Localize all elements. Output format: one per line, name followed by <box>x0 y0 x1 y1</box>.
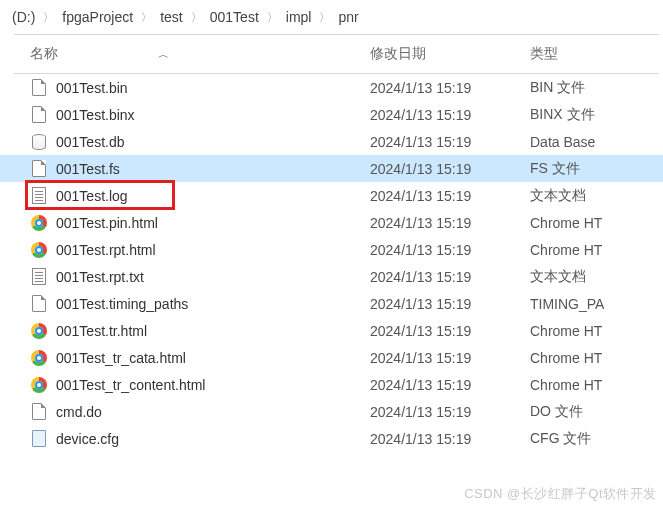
file-date: 2024/1/13 15:19 <box>370 242 530 258</box>
file-row[interactable]: 001Test_tr_content.html2024/1/13 15:19Ch… <box>30 371 663 398</box>
file-name: 001Test.tr.html <box>56 323 370 339</box>
file-row[interactable]: 001Test.db2024/1/13 15:19Data Base <box>30 128 663 155</box>
file-type: Chrome HT <box>530 350 602 366</box>
file-name: 001Test.rpt.html <box>56 242 370 258</box>
chrome-icon <box>30 349 48 367</box>
file-icon <box>30 160 48 178</box>
column-header-name[interactable]: 名称 <box>30 45 58 63</box>
breadcrumb-root[interactable]: (D:) <box>12 9 35 25</box>
file-name: 001Test.pin.html <box>56 215 370 231</box>
file-row[interactable]: 001Test.fs2024/1/13 15:19FS 文件 <box>0 155 663 182</box>
breadcrumb-item[interactable]: test <box>160 9 183 25</box>
file-row[interactable]: 001Test.log2024/1/13 15:19文本文档 <box>30 182 663 209</box>
file-row[interactable]: 001Test.rpt.txt2024/1/13 15:19文本文档 <box>30 263 663 290</box>
file-name: cmd.do <box>56 404 370 420</box>
textfile-icon <box>30 268 48 286</box>
file-type: Chrome HT <box>530 377 602 393</box>
file-date: 2024/1/13 15:19 <box>370 350 530 366</box>
file-type: FS 文件 <box>530 160 580 178</box>
file-name: 001Test.db <box>56 134 370 150</box>
file-date: 2024/1/13 15:19 <box>370 80 530 96</box>
chevron-right-icon: 〉 <box>43 10 54 25</box>
file-type: TIMING_PA <box>530 296 604 312</box>
file-type: 文本文档 <box>530 187 586 205</box>
watermark-text: CSDN @长沙红胖子Qt软件开发 <box>464 485 657 503</box>
file-name: 001Test.timing_paths <box>56 296 370 312</box>
file-date: 2024/1/13 15:19 <box>370 269 530 285</box>
file-name: 001Test.rpt.txt <box>56 269 370 285</box>
db-icon <box>30 133 48 151</box>
breadcrumb-item[interactable]: impl <box>286 9 312 25</box>
file-date: 2024/1/13 15:19 <box>370 404 530 420</box>
file-date: 2024/1/13 15:19 <box>370 215 530 231</box>
breadcrumb-item[interactable]: fpgaProject <box>62 9 133 25</box>
file-date: 2024/1/13 15:19 <box>370 296 530 312</box>
cfg-icon <box>30 430 48 448</box>
sort-ascending-icon: ︿ <box>158 47 169 62</box>
file-date: 2024/1/13 15:19 <box>370 134 530 150</box>
file-icon <box>30 295 48 313</box>
file-row[interactable]: cmd.do2024/1/13 15:19DO 文件 <box>30 398 663 425</box>
file-name: 001Test_tr_cata.html <box>56 350 370 366</box>
file-row[interactable]: 001Test_tr_cata.html2024/1/13 15:19Chrom… <box>30 344 663 371</box>
file-name: device.cfg <box>56 431 370 447</box>
chrome-icon <box>30 214 48 232</box>
column-header-date[interactable]: 修改日期 <box>370 45 530 63</box>
file-icon <box>30 106 48 124</box>
file-type: BIN 文件 <box>530 79 585 97</box>
file-name: 001Test.bin <box>56 80 370 96</box>
file-date: 2024/1/13 15:19 <box>370 188 530 204</box>
chrome-icon <box>30 322 48 340</box>
chevron-right-icon: 〉 <box>267 10 278 25</box>
file-name: 001Test.binx <box>56 107 370 123</box>
chevron-right-icon: 〉 <box>319 10 330 25</box>
file-type: CFG 文件 <box>530 430 591 448</box>
file-name: 001Test.log <box>56 188 370 204</box>
file-icon <box>30 79 48 97</box>
file-type: DO 文件 <box>530 403 583 421</box>
chrome-icon <box>30 376 48 394</box>
chrome-icon <box>30 241 48 259</box>
file-type: 文本文档 <box>530 268 586 286</box>
file-type: Chrome HT <box>530 242 602 258</box>
column-header-row: 名称 ︿ 修改日期 类型 <box>0 35 663 73</box>
breadcrumb[interactable]: (D:) 〉 fpgaProject 〉 test 〉 001Test 〉 im… <box>0 0 663 34</box>
breadcrumb-item[interactable]: 001Test <box>210 9 259 25</box>
file-date: 2024/1/13 15:19 <box>370 377 530 393</box>
breadcrumb-item[interactable]: pnr <box>338 9 358 25</box>
file-row[interactable]: device.cfg2024/1/13 15:19CFG 文件 <box>30 425 663 452</box>
file-row[interactable]: 001Test.binx2024/1/13 15:19BINX 文件 <box>30 101 663 128</box>
file-date: 2024/1/13 15:19 <box>370 431 530 447</box>
file-name: 001Test_tr_content.html <box>56 377 370 393</box>
chevron-right-icon: 〉 <box>191 10 202 25</box>
file-date: 2024/1/13 15:19 <box>370 107 530 123</box>
file-icon <box>30 403 48 421</box>
file-date: 2024/1/13 15:19 <box>370 161 530 177</box>
file-row[interactable]: 001Test.rpt.html2024/1/13 15:19Chrome HT <box>30 236 663 263</box>
file-list: 001Test.bin2024/1/13 15:19BIN 文件001Test.… <box>0 74 663 452</box>
file-type: Chrome HT <box>530 323 602 339</box>
file-row[interactable]: 001Test.pin.html2024/1/13 15:19Chrome HT <box>30 209 663 236</box>
file-type: BINX 文件 <box>530 106 595 124</box>
file-date: 2024/1/13 15:19 <box>370 323 530 339</box>
file-row[interactable]: 001Test.tr.html2024/1/13 15:19Chrome HT <box>30 317 663 344</box>
file-row[interactable]: 001Test.timing_paths2024/1/13 15:19TIMIN… <box>30 290 663 317</box>
file-name: 001Test.fs <box>56 161 370 177</box>
column-header-type[interactable]: 类型 <box>530 45 663 63</box>
chevron-right-icon: 〉 <box>141 10 152 25</box>
file-type: Chrome HT <box>530 215 602 231</box>
file-type: Data Base <box>530 134 595 150</box>
textfile-icon <box>30 187 48 205</box>
file-row[interactable]: 001Test.bin2024/1/13 15:19BIN 文件 <box>30 74 663 101</box>
